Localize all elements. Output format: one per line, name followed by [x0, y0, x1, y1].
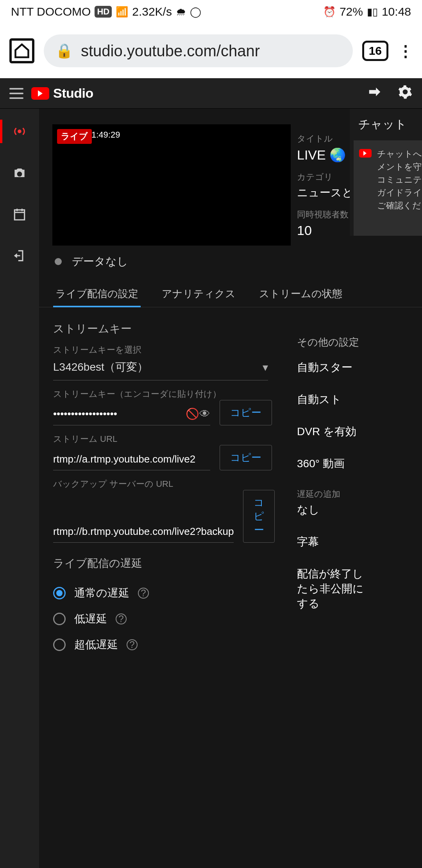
- help-icon[interactable]: ?: [138, 588, 149, 599]
- other-auto-stop[interactable]: 自動スト: [297, 392, 373, 407]
- settings-icon[interactable]: [398, 84, 413, 102]
- chat-details-link[interactable]: 詳細: [377, 216, 422, 229]
- stream-preview[interactable]: ライブ 1:49:29: [52, 124, 291, 246]
- status-text: データなし: [72, 254, 128, 269]
- chat-panel: チャット チャットへのコメントを守るとコミュニティ ガイドラインをご確認ください…: [350, 109, 422, 236]
- share-icon[interactable]: [367, 84, 382, 102]
- other-captions[interactable]: 字幕: [297, 534, 373, 549]
- live-badge: ライブ: [57, 129, 92, 144]
- signal-icon: 📶: [116, 6, 128, 18]
- radio-unselected-icon: [53, 638, 66, 651]
- elapsed-time: 1:49:29: [91, 130, 120, 140]
- other-settings-title: その他の設定: [297, 335, 373, 349]
- tab-analytics[interactable]: アナリティクス: [159, 281, 238, 307]
- status-row: データなし: [39, 246, 422, 278]
- app-header: Studio: [0, 78, 422, 109]
- studio-logo[interactable]: Studio: [31, 86, 93, 101]
- copy-backup-button[interactable]: コピー: [243, 490, 275, 543]
- other-delay-label: 遅延の追加: [297, 488, 373, 500]
- youtube-icon: [359, 149, 372, 158]
- tab-health[interactable]: ストリームの状態: [257, 281, 345, 307]
- battery-icon: ▮▯: [367, 6, 378, 18]
- url-bar[interactable]: 🔒 studio.youtube.com/chanr: [44, 34, 353, 67]
- help-icon[interactable]: ?: [116, 613, 127, 624]
- sidebar-item-camera[interactable]: [0, 161, 39, 185]
- visibility-off-icon[interactable]: 🚫👁: [186, 407, 210, 420]
- other-auto-start[interactable]: 自動スター: [297, 360, 373, 375]
- radio-unselected-icon: [53, 613, 66, 625]
- other-settings-column: その他の設定 自動スター 自動スト DVR を有効 360° 動画 遅延の追加 …: [297, 335, 373, 628]
- url-text: studio.youtube.com/chanr: [81, 42, 260, 60]
- radio-selected-icon: [53, 587, 66, 599]
- stream-url-input[interactable]: rtmp://a.rtmp.youtube.com/live2: [53, 450, 210, 470]
- sidebar: [0, 109, 39, 868]
- stream-key-select[interactable]: L3426best（可変） ▾: [53, 356, 268, 380]
- tab-stream-settings[interactable]: ライブ配信の設定: [53, 281, 141, 307]
- chat-notice-text: チャットへのコメントを守るとコミュニティ ガイドラインをご確認ください: [377, 149, 422, 210]
- main-content: ライブ 1:49:29 データなし ライブ配信の設定 アナリティクス ストリーム…: [39, 109, 422, 868]
- latency-ultralow-option[interactable]: 超低遅延 ?: [53, 632, 408, 658]
- other-360[interactable]: 360° 動画: [297, 456, 373, 471]
- tab-switcher[interactable]: 16: [362, 41, 388, 61]
- sidebar-item-exit[interactable]: [0, 244, 39, 267]
- sidebar-item-live[interactable]: [0, 120, 39, 143]
- chevron-down-icon: ▾: [263, 361, 268, 374]
- tabs: ライブ配信の設定 アナリティクス ストリームの状態: [39, 278, 422, 307]
- carrier-label: NTT DOCOMO: [11, 5, 91, 18]
- browser-menu-button[interactable]: ⋮: [398, 42, 413, 60]
- other-after-end[interactable]: 配信が終了したら非公開にする: [297, 567, 373, 611]
- backup-url-input[interactable]: rtmp://b.rtmp.youtube.com/live2?backup: [53, 522, 234, 543]
- hd-badge: HD: [95, 6, 112, 18]
- menu-button[interactable]: [9, 88, 23, 99]
- lock-icon: 🔒: [55, 43, 73, 59]
- clock-time: 10:48: [382, 5, 411, 18]
- browser-toolbar: 🔒 studio.youtube.com/chanr 16 ⋮: [0, 23, 422, 78]
- stream-key-input[interactable]: •••••••••••••••••• 🚫👁: [53, 404, 210, 425]
- sidebar-item-calendar[interactable]: [0, 203, 39, 226]
- help-icon[interactable]: ?: [127, 639, 138, 650]
- chat-notice-card: チャットへのコメントを守るとコミュニティ ガイドラインをご確認ください 詳細: [354, 140, 422, 236]
- alarm-icon: ⏰: [323, 6, 336, 18]
- net-speed: 2.32K/s: [132, 5, 172, 18]
- other-delay-value[interactable]: なし: [297, 502, 373, 517]
- youtube-icon: [31, 87, 49, 100]
- app-icon: ◯: [190, 6, 201, 18]
- chat-title: チャット: [350, 109, 422, 140]
- weather-icon: 🌧: [176, 6, 186, 18]
- status-dot-icon: [55, 258, 62, 265]
- battery-percent: 72%: [340, 5, 363, 18]
- home-button[interactable]: [9, 38, 34, 63]
- copy-key-button[interactable]: コピー: [220, 400, 272, 425]
- stream-key-title: ストリームキー: [53, 321, 408, 336]
- other-dvr[interactable]: DVR を有効: [297, 424, 373, 439]
- android-status-bar: NTT DOCOMO HD 📶 2.32K/s 🌧 ◯ ⏰ 72% ▮▯ 10:…: [0, 0, 422, 23]
- copy-url-button[interactable]: コピー: [220, 445, 272, 470]
